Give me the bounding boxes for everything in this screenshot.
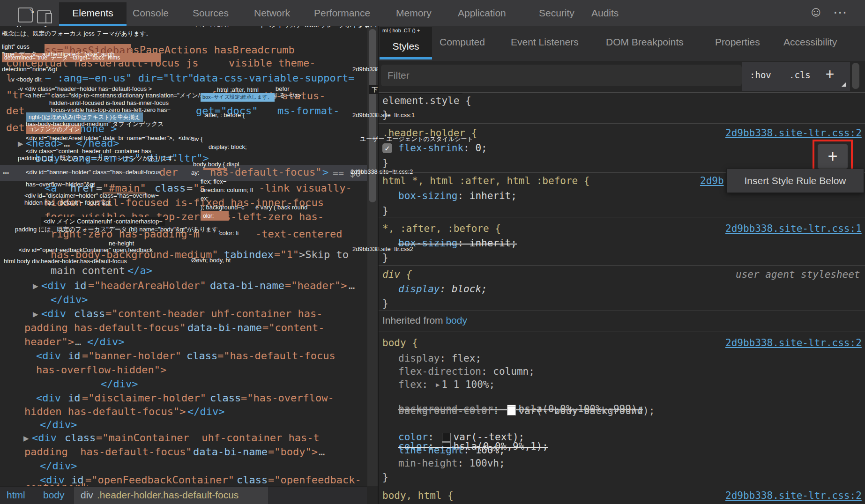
dom-text-fragment[interactable]: ="header"> (285, 280, 347, 292)
property-value[interactable]: 0; (475, 142, 487, 154)
property-value[interactable]: flex; (452, 353, 481, 364)
dom-text-fragment[interactable]: ="openFeedbackContainer" (85, 474, 234, 486)
tab-computed[interactable]: Computed (440, 37, 485, 48)
tab-security[interactable]: Security (539, 7, 574, 19)
tab-network[interactable]: Network (254, 7, 290, 19)
dom-text-fragment[interactable]: class (186, 350, 217, 362)
css-property[interactable]: color: var(--text); (398, 431, 524, 443)
dom-text-fragment[interactable]: </div> (51, 294, 88, 306)
dom-text-fragment[interactable]: ▶ (33, 310, 38, 319)
styles-pane-scrollbar[interactable] (852, 63, 859, 89)
tab-event-listeners[interactable]: Event Listeners (511, 37, 579, 48)
inspect-element-icon[interactable]: ↘ (18, 7, 33, 22)
tab-performance[interactable]: Performance (314, 7, 370, 19)
dom-text-fragment[interactable]: class (74, 308, 105, 320)
property-value[interactable]: inherit; (470, 237, 517, 249)
dom-text-fragment[interactable]: tabindex (224, 249, 274, 261)
dom-text-fragment[interactable]: class (155, 182, 186, 194)
dom-text-fragment[interactable]: header"> (24, 336, 74, 348)
property-name[interactable]: flex-shrink (398, 142, 463, 154)
property-name[interactable]: box-sizing (398, 237, 457, 249)
css-rule-selector[interactable]: div { (382, 269, 412, 280)
dom-text-fragment[interactable]: visible theme- (229, 57, 315, 69)
dom-text-fragment[interactable]: ▶ (33, 282, 38, 290)
dom-text-fragment[interactable]: ="1" (274, 249, 299, 261)
dom-text-fragment[interactable]: der (159, 166, 178, 178)
dom-text-fragment[interactable]: data-bi-name (187, 322, 262, 334)
dom-text-fragment[interactable]: … (75, 336, 81, 348)
dom-text-fragment[interactable]: data-bi-name (193, 446, 268, 458)
property-value[interactable]: block; (452, 283, 487, 295)
breadcrumb-html[interactable]: html (7, 489, 25, 501)
dom-text-fragment[interactable]: … (349, 280, 355, 292)
css-property[interactable]: box-sizing: inherit; (398, 190, 517, 201)
dom-text-fragment[interactable]: </div> (87, 336, 124, 348)
dom-text-fragment[interactable]: > (322, 166, 328, 178)
css-property[interactable]: box-sizing: inherit; (398, 237, 517, 249)
stylesheet-link[interactable]: 2d9b (700, 175, 724, 186)
dom-text-fragment[interactable]: ⋯ (3, 167, 9, 179)
css-property[interactable]: display: block; (398, 283, 487, 295)
property-name[interactable]: flex-direction (398, 366, 481, 377)
tab-dom-breakpoints[interactable]: DOM Breakpoints (606, 37, 684, 48)
expand-shorthand-icon[interactable]: ▶ (436, 381, 440, 388)
dom-text-fragment[interactable]: ="content-header uhf-container has- (105, 308, 323, 320)
dom-text-fragment[interactable]: </div> (40, 419, 77, 431)
toggle-hover-state-button[interactable]: :hov (750, 70, 771, 80)
new-style-rule-button[interactable]: + (826, 66, 834, 82)
property-name[interactable]: line-height (398, 445, 463, 456)
inherited-from-body-link[interactable]: body (446, 315, 467, 326)
toggle-class-button[interactable]: .cls (789, 70, 811, 80)
tab-sources[interactable]: Sources (193, 7, 229, 19)
dom-text-fragment[interactable]: ="has-overflow- (241, 392, 334, 404)
property-name[interactable]: flex (398, 379, 422, 390)
dom-text-fragment[interactable]: ="body"> (268, 446, 318, 458)
dom-text-fragment[interactable]: <div (36, 392, 61, 404)
dom-text-fragment[interactable]: ="has-default-focus (217, 350, 336, 362)
property-name[interactable]: display (398, 353, 440, 364)
dom-text-fragment[interactable]: </div> (101, 378, 138, 390)
dom-text-fragment[interactable]: id (68, 392, 81, 404)
dom-text-fragment[interactable]: class (65, 432, 96, 444)
dom-text-fragment[interactable]: id (68, 350, 81, 362)
dom-text-fragment[interactable]: ="disclaimer-holder" (82, 392, 206, 404)
dom-text-fragment[interactable]: <div (36, 350, 61, 362)
color-swatch[interactable] (507, 407, 516, 415)
property-value[interactable]: 100vh; (470, 458, 505, 469)
dom-text-fragment[interactable]: id (74, 280, 87, 292)
dom-text-fragment[interactable]: main content (51, 265, 125, 277)
dom-text-fragment[interactable]: padding has-default-focus" (24, 322, 186, 334)
dom-text-fragment[interactable]: det (6, 105, 25, 117)
tab-application[interactable]: Application (458, 7, 506, 19)
dom-text-fragment[interactable]: ▶ (23, 434, 29, 443)
dom-text-fragment[interactable]: </div> (40, 460, 77, 472)
css-rule-selector[interactable]: body, html { (382, 490, 454, 501)
feedback-smiley-icon[interactable]: ☺ (809, 4, 823, 20)
dom-text-fragment[interactable]: padding has-default-focus" (24, 446, 192, 458)
more-options-icon[interactable]: ⋯ (833, 4, 848, 20)
tab-elements[interactable]: Elements (59, 2, 127, 24)
css-property[interactable]: flex: ▶1 1 100%; (398, 379, 495, 390)
new-style-rule-dropdown-icon[interactable] (842, 82, 846, 87)
tab-console[interactable]: Console (133, 7, 169, 19)
css-property[interactable]: background-color: var(--body-background)… (398, 405, 655, 416)
stylesheet-link[interactable]: 2d9bb338.site-ltr.css:1 (725, 223, 862, 234)
dom-text-fragment[interactable]: ="openfeedback- (268, 474, 361, 486)
dom-text-fragment[interactable]: -text-centered (255, 228, 342, 240)
breadcrumb-selected[interactable]: div .header-holder.has-default-focus (74, 487, 268, 504)
dom-text-fragment[interactable]: data-bi-name (210, 280, 284, 292)
dom-text-fragment[interactable]: ▶ (18, 140, 23, 148)
property-value[interactable]: var(--text); (454, 431, 525, 443)
property-value[interactable]: 160%; (475, 445, 505, 456)
property-name[interactable]: color (398, 431, 428, 443)
color-swatch[interactable] (442, 433, 451, 442)
css-property[interactable]: flex-direction: column; (398, 366, 535, 377)
css-rule-selector[interactable]: element.style { (382, 95, 471, 106)
dom-text-fragment[interactable]: </a> (127, 265, 152, 277)
dom-text-fragment[interactable]: ms-format- (277, 105, 339, 117)
dom-text-fragment[interactable]: … (319, 446, 325, 458)
tab-properties[interactable]: Properties (715, 37, 760, 48)
dom-text-fragment[interactable]: class (210, 392, 241, 404)
dom-text-fragment[interactable]: <div (41, 280, 66, 292)
property-value[interactable]: inherit; (470, 190, 517, 201)
